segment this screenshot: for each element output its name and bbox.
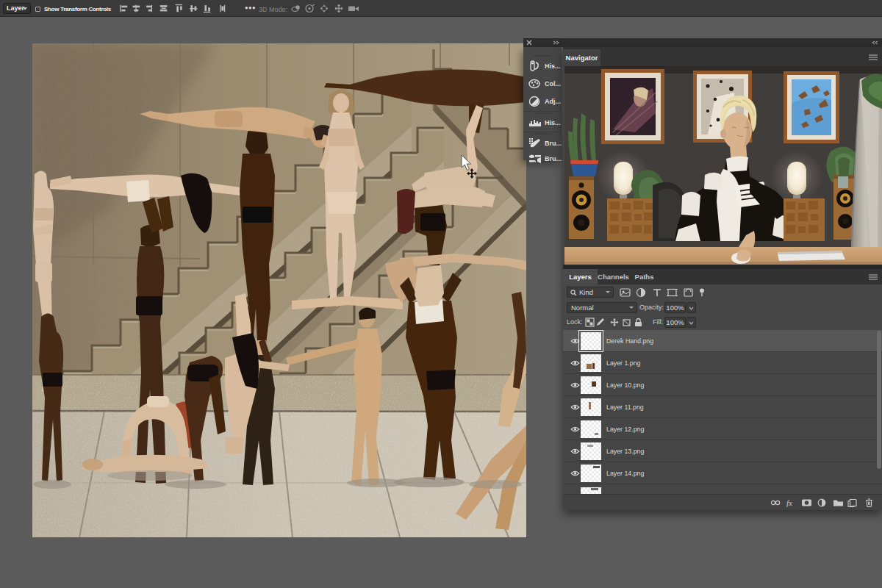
svg-text:fx: fx bbox=[786, 498, 792, 507]
